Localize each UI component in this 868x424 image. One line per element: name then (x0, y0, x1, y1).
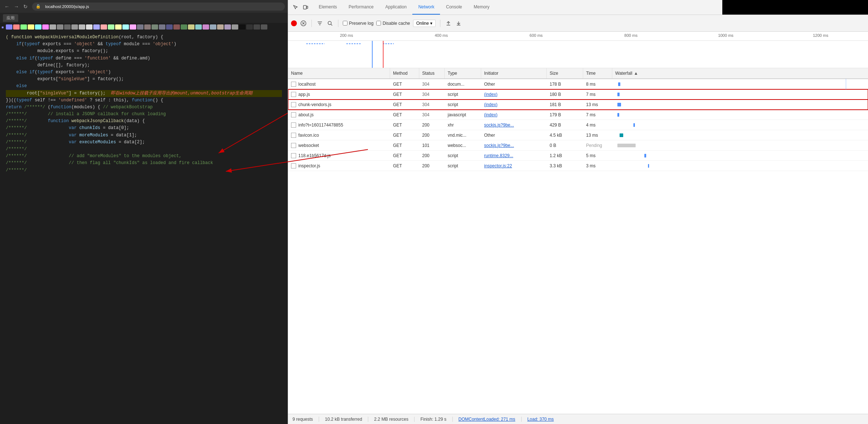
table-row[interactable]: localhost GET 304 docum... Other 178 B 8… (288, 79, 868, 89)
tab-memory[interactable]: Memory (468, 0, 495, 15)
cell-time: 8 ms (583, 79, 612, 89)
timeline-bars[interactable] (288, 41, 868, 68)
back-button[interactable]: ← (3, 3, 11, 10)
cell-name: app.js (288, 89, 390, 99)
cell-method: GET (390, 120, 419, 130)
cell-initiator[interactable]: runtime.8329... (481, 151, 547, 160)
tab-elements[interactable]: Elements (313, 0, 343, 15)
cell-name: about.js (288, 110, 390, 120)
col-time[interactable]: Time (583, 68, 612, 78)
cell-size: 180 B (547, 89, 583, 99)
cell-time: 13 ms (583, 130, 612, 140)
table-row[interactable]: about.js GET 304 javascript (index) 179 … (288, 110, 868, 120)
cell-size: 181 B (547, 100, 583, 109)
cell-initiator[interactable]: (index) (481, 100, 547, 109)
table-row[interactable]: chunk-vendors.js GET 304 script (index) … (288, 100, 868, 110)
preserve-log-checkbox[interactable]: Preserve log (343, 21, 373, 26)
col-type[interactable]: Type (445, 68, 481, 78)
row-checkbox[interactable] (291, 112, 296, 117)
tab-network[interactable]: Network (412, 0, 440, 15)
cell-type: javascript (445, 110, 481, 120)
reload-button[interactable]: ↻ (22, 3, 29, 10)
cell-type: docum... (445, 79, 481, 89)
code-area: ( function webpackUniversalModuleDefinit… (0, 31, 288, 424)
status-bar: 9 requests 10.2 kB transferred 2.2 MB re… (288, 414, 868, 424)
tick-400: 400 ms (394, 33, 488, 38)
tick-200: 200 ms (299, 33, 394, 38)
col-method[interactable]: Method (390, 68, 419, 78)
cursor-icon[interactable] (291, 3, 300, 12)
svg-rect-2 (303, 5, 306, 9)
table-row[interactable]: favicon.ico GET 200 vnd.mic... Other 4.5… (288, 130, 868, 140)
code-line: /******/ function webpackJsonpCallback(d… (6, 118, 282, 125)
clear-button[interactable] (300, 20, 307, 27)
col-size[interactable]: Size (547, 68, 583, 78)
row-checkbox[interactable] (291, 122, 296, 128)
right-devtools-panel: Elements Performance Application Network… (288, 0, 868, 424)
tick-1000: 1000 ms (678, 33, 773, 38)
online-dropdown[interactable]: Online ▾ (413, 20, 436, 27)
col-status[interactable]: Status (419, 68, 445, 78)
finish-time: Finish: 1.29 s (420, 417, 452, 422)
cell-time: 4 ms (583, 120, 612, 130)
cell-status: 200 (419, 151, 445, 160)
cell-initiator[interactable]: inspector.js:22 (481, 161, 547, 171)
row-checkbox[interactable] (291, 143, 296, 148)
tab-performance[interactable]: Performance (343, 0, 380, 15)
code-line: else if(typeof exports === 'object') (6, 69, 282, 76)
tab-application[interactable]: Application (380, 0, 413, 15)
cell-waterfall (612, 130, 868, 140)
code-line: /******/ var moreModules = data[1]; (6, 132, 282, 139)
code-line: /******/ (6, 167, 282, 174)
table-row[interactable]: websocket GET 101 websoc... sockjs.js?9b… (288, 140, 868, 151)
search-button[interactable] (326, 20, 334, 27)
table-row[interactable]: info?t=1601174478855 GET 200 xhr sockjs.… (288, 120, 868, 130)
forward-button[interactable]: → (12, 3, 20, 10)
toolbar-separator (311, 20, 312, 27)
code-line: return /******/ (function(modules) { // … (6, 104, 282, 111)
code-line: else (6, 83, 282, 90)
timeline-ruler: 200 ms 400 ms 600 ms 800 ms 1000 ms 1200… (288, 32, 868, 41)
table-row[interactable]: app.js GET 304 script (index) 180 B 7 ms (288, 89, 868, 100)
browser-tab[interactable]: 应用 (3, 14, 18, 22)
upload-icon[interactable] (445, 20, 452, 27)
row-checkbox[interactable] (291, 92, 296, 97)
browser-nav: ← → ↻ (3, 3, 29, 10)
timeline-container: 200 ms 400 ms 600 ms 800 ms 1000 ms 1200… (288, 32, 868, 68)
code-line: })((typeof self !== 'undefined' ? self :… (6, 97, 282, 104)
cell-method: GET (390, 79, 419, 89)
network-toolbar: Preserve log Disable cache Online ▾ (288, 15, 868, 32)
cell-initiator[interactable]: (index) (481, 89, 547, 99)
device-toggle-icon[interactable] (301, 3, 310, 12)
load-time[interactable]: Load: 370 ms (527, 417, 560, 422)
code-line: /******/ var chunkIds = data[0]; (6, 125, 282, 132)
transferred-size: 10.2 kB transferred (325, 417, 368, 422)
disable-cache-checkbox[interactable]: Disable cache (376, 21, 410, 26)
col-waterfall[interactable]: Waterfall ▲ (612, 68, 868, 78)
cell-name: localhost (288, 79, 390, 89)
download-icon[interactable] (455, 20, 462, 27)
table-row[interactable]: 118.e1b5617d.js GET 200 script runtime.8… (288, 151, 868, 161)
col-initiator[interactable]: Initiator (481, 68, 547, 78)
row-checkbox[interactable] (291, 153, 296, 158)
tab-console[interactable]: Console (440, 0, 468, 15)
cell-initiator[interactable]: sockjs.js?9be... (481, 120, 547, 130)
browser-tabs: 应用 (0, 13, 288, 23)
address-bar[interactable] (42, 3, 281, 10)
network-table-header: Name Method Status Type Initiator Size (288, 68, 868, 79)
cell-initiator[interactable]: sockjs.js?9be... (481, 140, 547, 150)
domcontentloaded-time[interactable]: DOMContentLoaded: 271 ms (459, 417, 522, 422)
timeline-blue-line (372, 41, 373, 68)
col-name[interactable]: Name (288, 68, 390, 78)
row-checkbox[interactable] (291, 163, 296, 168)
code-line: /******/ (6, 146, 282, 153)
cell-initiator[interactable]: (index) (481, 110, 547, 120)
row-checkbox[interactable] (291, 82, 296, 87)
filter-button[interactable] (316, 20, 323, 27)
cell-size: 3.3 kB (547, 161, 583, 171)
row-checkbox[interactable] (291, 133, 296, 138)
row-checkbox[interactable] (291, 102, 296, 107)
cell-method: GET (390, 161, 419, 171)
table-row[interactable]: inspector.js GET 200 script inspector.js… (288, 161, 868, 171)
record-button[interactable] (291, 20, 297, 26)
